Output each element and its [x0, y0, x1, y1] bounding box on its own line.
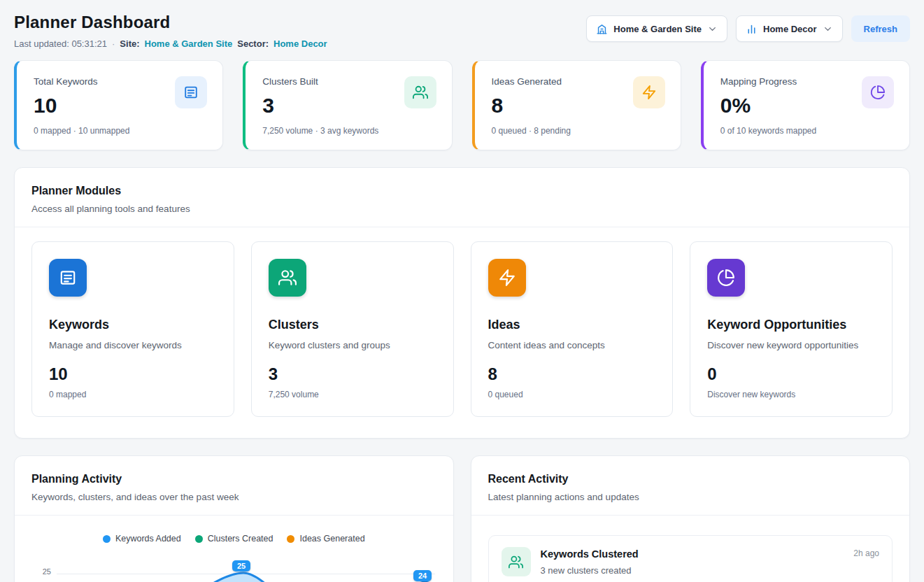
module-ideas[interactable]: Ideas Content ideas and concepts 8 0 que… — [471, 241, 674, 417]
module-description: Discover new keyword opportunities — [707, 340, 875, 350]
page-title: Planner Dashboard — [14, 13, 327, 32]
lightning-icon — [488, 259, 526, 297]
page-header: Planner Dashboard Last updated: 05:31:21… — [14, 13, 910, 49]
last-updated-text: Last updated: 05:31:21 — [14, 38, 107, 49]
document-icon — [175, 76, 207, 108]
activity-title: Keywords Clustered — [541, 548, 639, 560]
recent-activity-panel: Recent Activity Latest planning actions … — [471, 455, 911, 582]
divider — [471, 515, 910, 516]
chevron-down-icon — [823, 24, 833, 34]
module-caption: 0 queued — [488, 390, 656, 399]
planner-modules-section: Planner Modules Access all planning tool… — [14, 167, 910, 439]
pie-chart-icon — [707, 259, 745, 297]
activity-description: 3 new clusters created — [541, 565, 639, 576]
activity-text: Keywords Clustered 3 new clusters create… — [541, 547, 639, 576]
legend-item-clusters-created: Clusters Created — [195, 534, 273, 544]
module-value: 0 — [707, 364, 875, 384]
module-title: Keywords — [49, 318, 217, 332]
legend-dot-orange — [287, 535, 294, 543]
module-description: Keyword clusters and groups — [269, 340, 436, 350]
planner-dashboard-page: Planner Dashboard Last updated: 05:31:21… — [0, 0, 924, 582]
lightning-icon — [633, 76, 665, 108]
stat-caption: 0 queued · 8 pending — [492, 126, 664, 136]
point-label: 24 — [413, 570, 432, 581]
modules-subtitle: Access all planning tools and features — [31, 204, 893, 214]
module-title: Ideas — [488, 318, 656, 332]
module-caption: Discover new keywords — [707, 390, 875, 399]
module-value: 10 — [49, 364, 217, 384]
divider — [15, 227, 909, 227]
legend-label: Keywords Added — [115, 534, 181, 544]
activity-timestamp: 2h ago — [853, 548, 879, 558]
planning-activity-panel: Planning Activity Keywords, clusters, an… — [14, 455, 454, 582]
module-value: 3 — [269, 364, 436, 384]
stat-caption: 7,250 volume · 3 avg keywords — [262, 126, 434, 136]
legend-dot-green — [195, 535, 203, 543]
planning-activity-title: Planning Activity — [31, 473, 436, 485]
stats-row: Total Keywords 10 0 mapped · 10 unmapped… — [14, 60, 910, 150]
bottom-panels: Planning Activity Keywords, clusters, an… — [14, 455, 910, 582]
sector-link[interactable]: Home Decor — [273, 38, 327, 49]
activity-list-item[interactable]: Keywords Clustered 3 new clusters create… — [488, 535, 893, 582]
sector-selector-dropdown[interactable]: Home Decor — [736, 15, 843, 42]
building-icon — [596, 23, 608, 35]
header-controls: Home & Garden Site Home Decor Refresh — [586, 15, 910, 42]
site-selector-dropdown[interactable]: Home & Garden Site — [586, 15, 727, 42]
module-title: Clusters — [269, 318, 436, 332]
document-icon — [49, 259, 87, 297]
site-selector-label: Home & Garden Site — [613, 24, 702, 34]
legend-dot-blue — [103, 535, 111, 543]
legend-label: Ideas Generated — [299, 534, 364, 544]
users-icon — [269, 259, 306, 297]
planning-activity-subtitle: Keywords, clusters, and ideas over the p… — [31, 492, 436, 502]
module-description: Manage and discover keywords — [49, 340, 217, 350]
module-keywords[interactable]: Keywords Manage and discover keywords 10… — [31, 241, 234, 417]
users-icon — [404, 76, 436, 108]
site-label: Site: — [120, 38, 139, 49]
divider — [15, 515, 453, 516]
module-title: Keyword Opportunities — [707, 318, 875, 332]
chart-legend: Keywords Added Clusters Created Ideas Ge… — [31, 534, 436, 544]
modules-title: Planner Modules — [31, 185, 893, 197]
module-value: 8 — [488, 364, 656, 384]
bar-chart-icon — [746, 23, 758, 35]
module-caption: 7,250 volume — [269, 390, 436, 399]
legend-item-ideas-generated: Ideas Generated — [287, 534, 364, 544]
users-icon — [502, 547, 531, 576]
chevron-down-icon — [707, 24, 718, 34]
stat-card-mapping-progress: Mapping Progress 0% 0 of 10 keywords map… — [701, 60, 910, 150]
planning-activity-chart: 25 25 24 — [31, 555, 436, 582]
stat-card-clusters-built: Clusters Built 3 7,250 volume · 3 avg ke… — [243, 60, 452, 150]
module-caption: 0 mapped — [49, 390, 217, 399]
header-left: Planner Dashboard Last updated: 05:31:21… — [14, 13, 327, 49]
page-meta: Last updated: 05:31:21 · Site: Home & Ga… — [14, 38, 327, 49]
modules-grid: Keywords Manage and discover keywords 10… — [31, 241, 893, 417]
module-keyword-opportunities[interactable]: Keyword Opportunities Discover new keywo… — [690, 241, 893, 417]
module-description: Content ideas and concepts — [488, 340, 656, 350]
legend-label: Clusters Created — [208, 534, 273, 544]
sector-label: Sector: — [237, 38, 269, 49]
stat-card-ideas-generated: Ideas Generated 8 0 queued · 8 pending — [472, 60, 681, 150]
meta-separator: · — [112, 38, 115, 49]
y-axis-tick: 25 — [37, 567, 51, 576]
recent-activity-title: Recent Activity — [488, 473, 893, 485]
pie-chart-icon — [862, 76, 894, 108]
stat-card-total-keywords: Total Keywords 10 0 mapped · 10 unmapped — [14, 60, 223, 150]
module-clusters[interactable]: Clusters Keyword clusters and groups 3 7… — [251, 241, 454, 417]
recent-activity-subtitle: Latest planning actions and updates — [488, 492, 893, 502]
sector-selector-label: Home Decor — [763, 24, 817, 34]
legend-item-keywords-added: Keywords Added — [103, 534, 181, 544]
stat-caption: 0 of 10 keywords mapped — [720, 126, 893, 136]
refresh-button[interactable]: Refresh — [851, 15, 910, 42]
site-link[interactable]: Home & Garden Site — [145, 38, 233, 49]
stat-caption: 0 mapped · 10 unmapped — [34, 126, 206, 136]
point-label: 25 — [232, 560, 250, 572]
